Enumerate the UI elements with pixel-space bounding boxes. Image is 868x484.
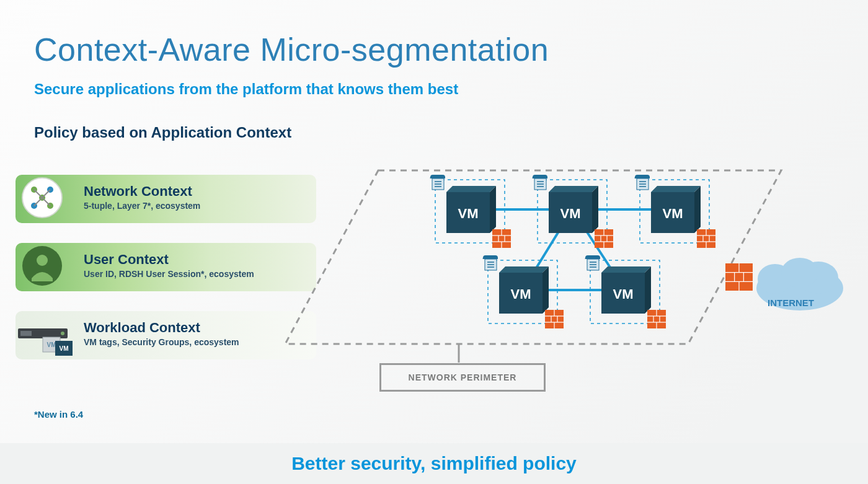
svg-marker-44 (592, 186, 598, 233)
svg-text:VM: VM (47, 341, 56, 348)
svg-text:VM: VM (663, 206, 683, 221)
svg-text:VM: VM (60, 345, 69, 352)
svg-marker-19 (285, 170, 781, 344)
section-heading: Policy based on Application Context (34, 124, 291, 141)
user-icon (20, 244, 64, 290)
context-title: Workload Context (84, 320, 239, 336)
svg-marker-59 (651, 186, 701, 192)
svg-rect-13 (20, 331, 32, 336)
svg-marker-43 (549, 186, 598, 192)
svg-text:VM: VM (613, 286, 634, 302)
svg-marker-76 (542, 266, 549, 314)
context-subtitle: VM tags, Security Groups, ecosystem (84, 337, 239, 347)
network-icon (20, 176, 64, 222)
footnote: *New in 6.4 (34, 409, 83, 420)
context-subtitle: 5-tuple, Layer 7*, ecosystem (84, 201, 200, 211)
context-title: User Context (84, 252, 254, 268)
svg-text:VM: VM (458, 206, 479, 221)
svg-marker-28 (490, 186, 496, 233)
context-title: Network Context (84, 183, 200, 200)
svg-text:VM: VM (560, 206, 581, 221)
network-diagram: VMVMVMVMVM (298, 158, 856, 375)
context-pill-workload: VM VM Workload Context VM tags, Security… (16, 311, 316, 359)
svg-point-14 (61, 332, 64, 335)
svg-marker-91 (601, 266, 651, 273)
context-pill-network: Network Context 5-tuple, Layer 7*, ecosy… (16, 175, 316, 223)
internet-label: INTERNET (768, 297, 814, 308)
slide-subtitle: Secure applications from the platform th… (34, 81, 458, 98)
perimeter-label: NETWORK PERIMETER (379, 363, 546, 392)
workload-icon: VM VM (20, 312, 76, 358)
svg-marker-60 (694, 186, 701, 233)
svg-point-116 (781, 258, 818, 288)
svg-marker-75 (499, 266, 549, 273)
slide-title: Context-Aware Micro-segmentation (34, 31, 549, 68)
footer-tagline: Better security, simplified policy (0, 443, 868, 484)
svg-text:VM: VM (511, 286, 531, 302)
svg-marker-27 (446, 186, 496, 192)
context-pill-user: User Context User ID, RDSH User Session*… (16, 243, 316, 291)
svg-marker-92 (645, 266, 651, 314)
context-subtitle: User ID, RDSH User Session*, ecosystem (84, 269, 254, 279)
svg-point-11 (37, 255, 48, 266)
